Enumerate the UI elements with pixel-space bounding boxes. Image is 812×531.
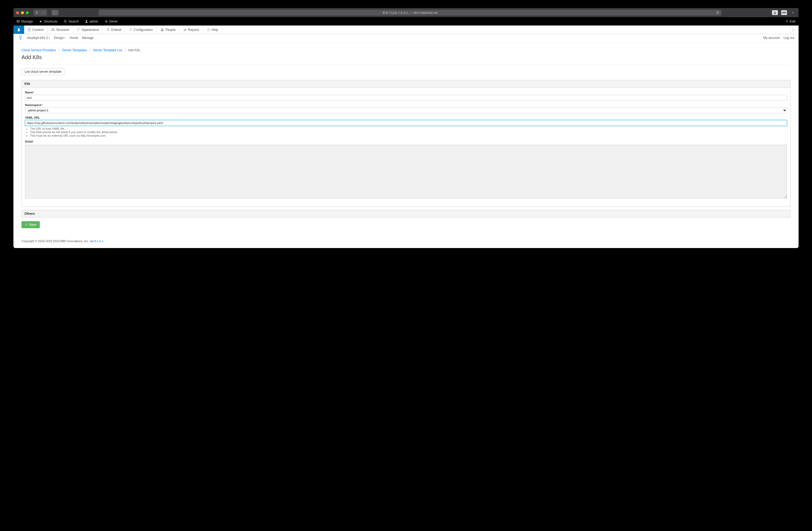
configuration-menu[interactable]: Configuration — [126, 26, 157, 34]
site-design-dropdown[interactable]: Design — [54, 36, 66, 40]
manage-menu[interactable]: Manage — [13, 17, 36, 26]
svg-rect-13 — [51, 30, 52, 31]
back-button[interactable] — [33, 10, 40, 16]
k8s-section: K8s Name* Namespace* admin-project-1 YAM… — [21, 80, 791, 207]
url-text: 安全ではありません — dev1.dataninja.net — [382, 11, 438, 15]
admin-toolbar-secondary: Content Structure Appearance Extend Conf… — [13, 26, 799, 34]
content-menu[interactable]: Content — [24, 26, 47, 34]
browser-right-icons: ABP + — [772, 10, 796, 15]
structure-menu[interactable]: Structure — [47, 26, 73, 34]
others-section-header[interactable]: Others — [21, 210, 791, 218]
search-menu[interactable]: Search — [61, 17, 82, 26]
bar-chart-icon — [184, 28, 186, 31]
edit-label: Edit — [790, 19, 795, 23]
configuration-label: Configuration — [134, 28, 153, 32]
pencil-icon: ✎ — [786, 19, 788, 23]
yaml-help-text: The URL to load YAML file. This field sh… — [30, 127, 787, 137]
footer: Copyright © 2018-2019 DOCOMO Innovations… — [13, 236, 799, 248]
logout-link[interactable]: Log out — [784, 36, 794, 40]
main-content: Cloud Service Providers / Server Templat… — [13, 43, 799, 236]
name-label: Name* — [25, 91, 787, 94]
svg-rect-23 — [184, 30, 184, 31]
page-title: Add K8s — [21, 54, 791, 60]
my-account-link[interactable]: My account — [764, 36, 780, 40]
structure-icon — [51, 28, 55, 31]
download-icon[interactable] — [772, 10, 778, 15]
namespace-select[interactable]: admin-project-1 — [25, 107, 787, 113]
browser-chrome: 安全ではありません — dev1.dataninja.net ABP + — [13, 8, 799, 17]
document-icon — [28, 28, 31, 31]
site-brand-dropdown[interactable]: cloudopt-k8s-2 — [27, 36, 50, 40]
breadcrumb: Cloud Service Providers / Server Templat… — [21, 48, 791, 52]
svg-line-6 — [66, 22, 67, 23]
svg-rect-19 — [107, 29, 109, 31]
svg-rect-0 — [53, 11, 57, 14]
content-label: Content — [32, 28, 44, 32]
site-home-link[interactable]: Home — [70, 36, 78, 40]
drupal-logo-icon[interactable] — [13, 26, 24, 34]
close-window-icon[interactable] — [16, 11, 19, 14]
gear-icon — [105, 20, 108, 23]
detail-label: Detail — [25, 140, 787, 143]
save-button[interactable]: Save — [21, 221, 40, 228]
nav-button-group — [33, 10, 47, 16]
svg-rect-25 — [186, 28, 186, 31]
shortcuts-label: Shortcuts — [44, 19, 57, 23]
svg-rect-12 — [52, 28, 54, 29]
toolbar-collapse-icon[interactable]: |← — [790, 26, 799, 34]
new-tab-button[interactable]: + — [790, 10, 796, 15]
admin-toolbar-primary: Manage ★ Shortcuts Search admin Devel ✎ … — [13, 17, 799, 26]
manage-label: Manage — [21, 19, 33, 23]
maximize-window-icon[interactable] — [26, 11, 29, 14]
search-label: Search — [69, 19, 79, 23]
devel-label: Devel — [109, 19, 118, 23]
footer-text: Copyright © 2018-2019 DOCOMO Innovations… — [21, 239, 95, 243]
list-template-button[interactable]: List cloud server template — [21, 68, 65, 75]
help-icon: ? — [207, 28, 210, 31]
adblock-icon[interactable]: ABP — [781, 10, 787, 15]
structure-label: Structure — [56, 28, 69, 32]
admin-user-menu[interactable]: admin — [82, 17, 102, 26]
svg-point-8 — [105, 21, 106, 22]
svg-point-21 — [161, 28, 162, 30]
svg-point-5 — [64, 20, 66, 22]
name-input[interactable] — [25, 95, 787, 101]
appearance-menu[interactable]: Appearance — [73, 26, 103, 34]
breadcrumb-server-templates[interactable]: Server Templates — [62, 48, 87, 52]
svg-rect-24 — [185, 29, 185, 31]
extend-label: Extend — [111, 28, 121, 32]
paintbrush-icon — [77, 28, 80, 31]
people-menu[interactable]: People — [157, 26, 179, 34]
footer-version-link[interactable]: 8.x-2.x — [95, 239, 103, 243]
k8s-section-header: K8s — [21, 80, 791, 88]
address-bar[interactable]: 安全ではありません — dev1.dataninja.net — [99, 10, 722, 16]
star-icon: ★ — [39, 19, 42, 23]
namespace-label: Namespace* — [25, 103, 787, 107]
edit-button[interactable]: ✎ Edit — [782, 19, 799, 23]
yaml-url-input[interactable] — [25, 120, 787, 126]
devel-menu[interactable]: Devel — [102, 17, 121, 26]
breadcrumb-server-template-list[interactable]: Server Template List — [93, 48, 122, 52]
site-logo-icon[interactable] — [18, 35, 23, 41]
help-menu[interactable]: ? Help — [203, 26, 222, 34]
others-section: Others — [21, 210, 791, 218]
title-divider — [21, 64, 791, 64]
forward-button — [40, 10, 47, 16]
minimize-window-icon[interactable] — [21, 11, 24, 14]
svg-point-7 — [86, 20, 87, 21]
shortcuts-menu[interactable]: ★ Shortcuts — [36, 17, 61, 26]
sidebar-toggle-button[interactable] — [51, 10, 59, 16]
reports-menu[interactable]: Reports — [180, 26, 203, 34]
admin-label: admin — [89, 19, 98, 23]
refresh-icon[interactable] — [716, 11, 719, 14]
extend-menu[interactable]: Extend — [103, 26, 125, 34]
breadcrumb-current: Add K8s — [128, 48, 140, 52]
svg-point-22 — [162, 28, 163, 30]
reports-label: Reports — [188, 28, 199, 32]
breadcrumb-csp[interactable]: Cloud Service Providers — [21, 48, 56, 52]
people-label: People — [165, 28, 175, 32]
wrench-icon — [129, 28, 132, 31]
site-navigation: cloudopt-k8s-2 Design Home Manage My acc… — [13, 34, 799, 43]
site-manage-link[interactable]: Manage — [82, 36, 93, 40]
detail-textarea[interactable] — [25, 145, 787, 198]
